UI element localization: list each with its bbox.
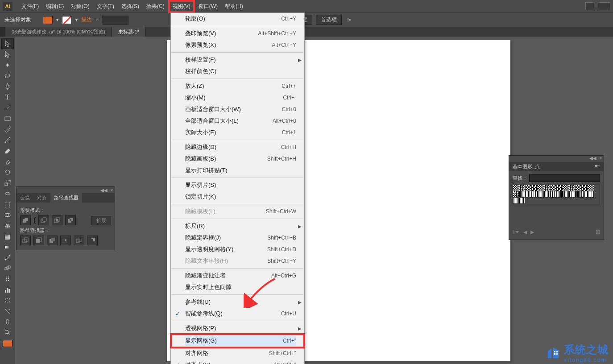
pathfinder-tab[interactable]: 变换 [17,193,33,203]
swatch-cell[interactable] [582,185,588,191]
menu-item-像素预览(X)[interactable]: 像素预览(X)Alt+Ctrl+Y [171,39,304,51]
blob-brush-tool[interactable] [1,145,14,156]
swatch-cell[interactable] [582,191,588,198]
free-transform-tool[interactable]: ⬚ [1,199,14,210]
stroke-weight-select[interactable] [102,16,128,25]
mesh-tool[interactable]: ▦ [1,231,14,242]
swatch-cell[interactable] [588,191,594,198]
menu-帮助(H)[interactable]: 帮助(H) [221,1,247,12]
crop-button[interactable] [60,236,71,245]
line-tool[interactable] [1,103,14,113]
artboard-tool[interactable] [1,295,14,306]
menu-item-对齐网格[interactable]: 对齐网格Shift+Ctrl+" [171,347,304,359]
swatch-cell[interactable] [557,191,563,198]
titlebar-button-1[interactable] [585,2,594,10]
perspective-grid-tool[interactable] [1,220,14,231]
fill-stroke-swatch[interactable] [3,340,12,347]
swatch-cell[interactable] [538,185,544,191]
blend-tool[interactable] [1,263,14,274]
shape-builder-tool[interactable] [1,210,14,220]
type-tool[interactable]: T [1,92,14,103]
menu-item-参考线(U)[interactable]: 参考线(U)▶ [171,296,304,308]
menu-效果(C)[interactable]: 效果(C) [143,1,168,12]
document-tab[interactable]: 06光影游戏修改. ai* @ 100% (CMYK/预览) [5,27,112,37]
menu-item-智能参考线(Q)[interactable]: ✓智能参考线(Q)Ctrl+U [171,308,304,319]
hand-tool[interactable] [1,317,14,327]
scale-tool[interactable] [1,178,14,188]
minus-front-button[interactable] [38,215,49,225]
lasso-tool[interactable] [1,70,14,81]
swatch-cell[interactable] [513,185,519,191]
swatch-cell[interactable] [519,198,526,204]
titlebar-button-2[interactable] [598,2,610,10]
pen-tool[interactable] [1,81,14,92]
menu-item-显示实时上色间隙[interactable]: 显示实时上色间隙 [171,281,304,293]
find-swatch-input[interactable] [529,174,600,182]
swatch-cell[interactable] [513,198,519,204]
swatch-cell[interactable] [538,191,544,198]
swatch-grid[interactable] [513,185,600,204]
fill-swatch[interactable] [43,16,53,24]
paintbrush-tool[interactable] [1,124,14,135]
menu-编辑(E)[interactable]: 编辑(E) [42,1,67,12]
menu-窗口(W)[interactable]: 窗口(W) [195,1,221,12]
swatch-cell[interactable] [563,185,569,191]
menu-item-显示切片(S)[interactable]: 显示切片(S) [171,179,304,191]
swatch-next-icon[interactable]: ▶ [530,229,534,235]
outline-button[interactable] [74,236,84,245]
swatch-cell[interactable] [557,185,563,191]
swatch-delete-icon[interactable]: ☒ [596,229,600,235]
rectangle-tool[interactable] [1,113,14,124]
pencil-tool[interactable] [1,135,14,145]
menu-文件(F)[interactable]: 文件(F) [18,1,42,12]
stroke-swatch-none[interactable] [62,16,72,24]
exclude-button[interactable] [65,215,76,225]
panel-collapse-icon[interactable]: ◀◀ [100,188,108,193]
panel-close-icon[interactable]: × [599,156,602,162]
swatch-cell[interactable] [588,185,594,191]
unite-button[interactable] [20,215,31,225]
panel-close-icon[interactable]: × [110,188,113,193]
swatch-cell[interactable] [544,185,551,191]
swatch-cell[interactable] [513,191,519,198]
menu-item-画板适合窗口大小(W)[interactable]: 画板适合窗口大小(W)Ctrl+0 [171,103,304,115]
menu-item-校样设置(F)[interactable]: 校样设置(F)▶ [171,54,304,66]
menu-item-隐藏渐变批注者[interactable]: 隐藏渐变批注者Alt+Ctrl+G [171,270,304,281]
swatch-libraries-icon[interactable]: ⫴⏷ [513,229,520,235]
selection-tool[interactable] [1,38,14,49]
slice-tool[interactable] [1,306,14,317]
divide-button[interactable] [20,236,31,245]
swatch-cell[interactable] [526,185,532,191]
swatch-cell[interactable] [519,191,526,198]
menu-item-隐藏画板(B)[interactable]: 隐藏画板(B)Shift+Ctrl+H [171,153,304,165]
swatch-cell[interactable] [532,191,538,198]
merge-button[interactable] [47,236,58,245]
symbol-sprayer-tool[interactable]: ⠿ [1,274,14,285]
swatch-cell[interactable] [576,191,582,198]
swatch-cell[interactable] [544,191,551,198]
menu-item-校样颜色(C)[interactable]: 校样颜色(C) [171,66,304,77]
magic-wand-tool[interactable]: ✦ [1,60,14,70]
menu-item-对齐点(N)[interactable]: ✓对齐点(N)Alt+Ctrl+" [171,359,304,364]
menu-文字(T)[interactable]: 文字(T) [93,1,118,12]
menu-item-显示透明度网格(Y)[interactable]: 显示透明度网格(Y)Shift+Ctrl+D [171,244,304,255]
rotate-tool[interactable] [1,167,14,178]
swatch-cell[interactable] [532,185,538,191]
menu-选择(S)[interactable]: 选择(S) [118,1,143,12]
pathfinder-tab[interactable]: 对齐 [33,193,50,203]
intersect-button[interactable] [52,215,62,225]
document-tab[interactable]: 未标题-1* [112,27,146,37]
menu-item-轮廓(O)[interactable]: 轮廓(O)Ctrl+Y [171,13,304,25]
zoom-tool[interactable] [1,327,14,338]
preferences-button[interactable]: 首选项 [316,15,342,25]
eyedropper-tool[interactable] [1,252,14,263]
column-graph-tool[interactable] [1,285,14,295]
menu-item-隐藏边缘(D)[interactable]: 隐藏边缘(D)Ctrl+H [171,141,304,153]
swatch-cell[interactable] [569,185,576,191]
menu-item-锁定切片(K)[interactable]: 锁定切片(K) [171,191,304,203]
menu-对象(O)[interactable]: 对象(O) [67,1,93,12]
menu-item-隐藏定界框(J)[interactable]: 隐藏定界框(J)Shift+Ctrl+B [171,232,304,244]
swatch-prev-icon[interactable]: ◀ [523,229,527,235]
menu-item-实际大小(E)[interactable]: 实际大小(E)Ctrl+1 [171,127,304,138]
trim-button[interactable] [33,236,44,245]
